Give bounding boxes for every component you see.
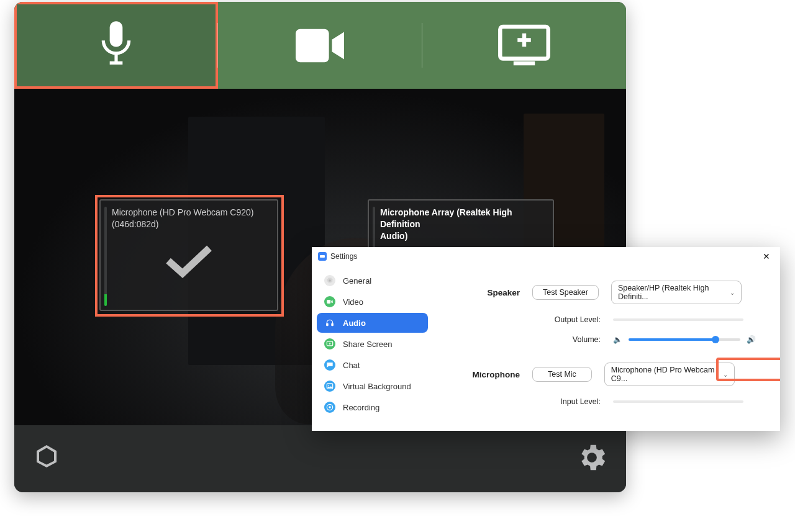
settings-titlebar: Settings ✕ (312, 247, 780, 266)
nav-virtual-background[interactable]: Virtual Background (317, 376, 428, 396)
nav-label: Recording (343, 403, 379, 412)
app-icon (318, 252, 327, 261)
volume-high-icon: 🔊 (747, 335, 756, 344)
speaker-dropdown[interactable]: Speaker/HP (Realtek High Definiti... ⌄ (611, 281, 742, 304)
chevron-down-icon: ⌄ (730, 289, 735, 296)
microphone-dropdown[interactable]: Microphone (HD Pro Webcam C9... ⌄ (604, 363, 735, 386)
input-level-row: Input Level: (452, 397, 761, 406)
test-mic-button[interactable]: Test Mic (532, 367, 592, 382)
video-camera-icon (296, 29, 344, 63)
nav-label: Audio (343, 318, 366, 328)
input-level-bar (104, 207, 107, 306)
record-icon (324, 402, 335, 413)
nav-label: Chat (343, 361, 360, 370)
settings-window: Settings ✕ General Video Audio Share Scr… (312, 247, 780, 431)
output-level-meter (613, 318, 743, 321)
dropdown-value: Speaker/HP (Realtek High Definiti... (618, 284, 730, 301)
nav-general[interactable]: General (317, 271, 428, 291)
svg-point-9 (328, 385, 329, 386)
close-button[interactable]: ✕ (759, 250, 774, 263)
nav-label: Share Screen (343, 340, 393, 349)
speaker-label: Speaker (452, 288, 520, 297)
microphone-label: Microphone (452, 370, 520, 379)
nav-label: General (343, 276, 371, 286)
gear-icon (324, 275, 335, 286)
share-icon (324, 338, 335, 349)
speaker-row: Speaker Test Speaker Speaker/HP (Realtek… (452, 281, 761, 304)
svg-rect-4 (327, 300, 330, 304)
svg-rect-5 (327, 323, 328, 326)
mic-option-label: Microphone (HD Pro Webcam C920) (046d:08… (112, 207, 268, 230)
nav-recording[interactable]: Recording (317, 397, 428, 417)
mic-option-hdpro[interactable]: Microphone (HD Pro Webcam C920) (046d:08… (99, 199, 278, 311)
video-icon (324, 296, 335, 307)
nav-audio[interactable]: Audio (317, 313, 428, 333)
test-speaker-button[interactable]: Test Speaker (532, 285, 599, 300)
svg-rect-0 (296, 29, 329, 62)
settings-nav: General Video Audio Share Screen Chat Vi… (312, 266, 433, 431)
output-level-row: Output Level: (452, 315, 761, 324)
nav-video[interactable]: Video (317, 292, 428, 312)
microphone-icon (97, 21, 135, 70)
svg-rect-6 (332, 323, 333, 326)
chevron-down-icon: ⌄ (723, 371, 728, 378)
nav-share-screen[interactable]: Share Screen (317, 334, 428, 354)
settings-content: Speaker Test Speaker Speaker/HP (Realtek… (433, 266, 780, 431)
tab-audio[interactable] (14, 2, 218, 89)
tab-screen-share[interactable] (422, 2, 626, 89)
top-tabs (14, 2, 626, 89)
input-level-label: Input Level: (452, 397, 601, 406)
input-level-meter (613, 400, 743, 403)
app-logo-icon[interactable] (32, 443, 61, 475)
image-icon (324, 381, 335, 392)
dropdown-value: Microphone (HD Pro Webcam C9... (611, 366, 723, 383)
output-level-label: Output Level: (452, 315, 601, 324)
window-title: Settings (330, 252, 357, 261)
volume-slider[interactable] (629, 338, 740, 341)
chat-icon (324, 359, 335, 371)
microphone-row: Microphone Test Mic Microphone (HD Pro W… (452, 363, 761, 386)
svg-point-11 (329, 406, 331, 408)
nav-label: Video (343, 297, 363, 307)
volume-low-icon: 🔈 (613, 335, 622, 344)
checkmark-icon (165, 243, 212, 281)
settings-gear-icon[interactable] (575, 441, 609, 477)
svg-rect-2 (514, 61, 535, 65)
headphones-icon (324, 317, 335, 328)
volume-row: Volume: 🔈 🔊 (452, 335, 761, 344)
add-screen-icon (497, 24, 551, 67)
tab-video[interactable] (218, 2, 422, 89)
nav-label: Virtual Background (343, 382, 411, 391)
nav-chat[interactable]: Chat (317, 355, 428, 375)
volume-label: Volume: (452, 335, 601, 344)
bottom-toolbar (14, 425, 626, 492)
mic-option-label: Microphone Array (Realtek High Definitio… (380, 207, 544, 242)
